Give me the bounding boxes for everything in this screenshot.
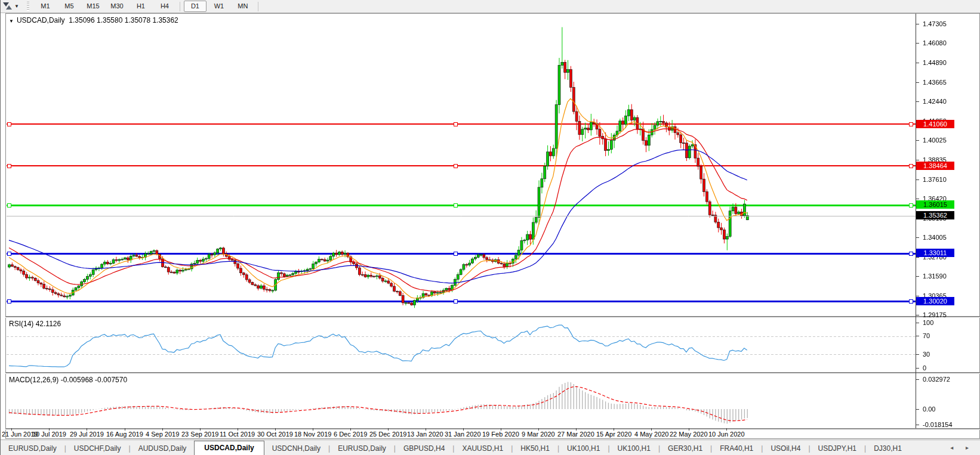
date-axis-label: 27 Mar 2020	[557, 431, 594, 438]
timeframe-button-w1[interactable]: W1	[208, 1, 230, 12]
macd-axis-tick: -0.018154	[923, 421, 953, 428]
toolbar-separator	[180, 2, 180, 11]
tab-usdjpy-h1[interactable]: USDJPY,H1	[810, 442, 864, 455]
price-axis-tick: 1.44890	[923, 59, 947, 66]
date-axis-label: 4 Sep 2019	[146, 431, 179, 438]
axis-tick-mark	[916, 379, 919, 380]
tab-usoil-h4[interactable]: USOil,H4	[763, 442, 808, 455]
date-axis-label: 22 May 2020	[670, 431, 708, 438]
axis-tick-mark	[916, 63, 919, 63]
timeframe-button-m1[interactable]: M1	[34, 1, 57, 12]
timeframe-button-h4[interactable]: H4	[153, 1, 176, 12]
axis-tick-mark	[916, 409, 919, 410]
axis-tick-mark	[916, 315, 919, 315]
tab-eurusd-daily[interactable]: EURUSD,Daily	[1, 442, 64, 455]
chart-title: ▼USDCAD,Daily 1.35096 1.35580 1.35078 1.…	[9, 16, 178, 24]
macd-chart-canvas[interactable]	[7, 373, 916, 428]
date-axis-label: 18 Nov 2019	[294, 431, 331, 438]
price-axis-tick: 1.34005	[923, 234, 947, 241]
tab-audusd-daily[interactable]: AUDUSD,Daily	[131, 442, 195, 455]
price-axis-tick: 1.42440	[923, 98, 947, 105]
panel-separator[interactable]	[5, 372, 980, 374]
axis-tick-mark	[916, 257, 919, 258]
date-axis-label: 4 May 2020	[634, 431, 668, 438]
axis-tick-mark	[916, 276, 919, 277]
tab-gbpusd-h4[interactable]: GBPUSD,H4	[396, 442, 452, 455]
price-chart-canvas[interactable]	[7, 14, 916, 316]
date-axis-label: 9 Mar 2020	[522, 431, 555, 438]
date-axis-label: 29 Jul 2019	[70, 431, 104, 438]
axis-tick-mark	[916, 237, 919, 238]
timeframe-toolbar: ▼ M1M5M15M30H1H4D1W1MN	[1, 0, 980, 13]
axis-tick-mark	[916, 296, 919, 296]
tab-usdcnh-daily[interactable]: USDCNH,Daily	[264, 442, 328, 455]
date-axis-label: 6 Dec 2019	[334, 431, 367, 438]
rsi-axis-tick: 30	[923, 351, 930, 358]
timeframe-button-d1[interactable]: D1	[184, 1, 207, 12]
tab-xauusd-h1[interactable]: XAUUSD,H1	[454, 442, 511, 455]
tab-hk50-h1[interactable]: HK50,H1	[513, 442, 557, 455]
tab-uk100-h1[interactable]: UK100,H1	[610, 442, 658, 455]
axis-tick-mark	[916, 354, 919, 355]
panel-separator	[5, 428, 980, 430]
rsi-chart-canvas[interactable]	[7, 318, 916, 372]
timeframe-button-h1[interactable]: H1	[130, 1, 152, 12]
axis-tick-mark	[916, 336, 919, 336]
axis-tick-mark	[916, 140, 919, 141]
timeframe-button-m15[interactable]: M15	[82, 1, 104, 12]
level-price-label: 1.30020	[916, 297, 954, 305]
date-axis-label: 13 Jan 2020	[407, 431, 443, 438]
toolbar-grip[interactable]	[27, 2, 29, 11]
axis-tick-mark	[916, 82, 919, 83]
date-axis-label: 10 Jul 2019	[32, 431, 66, 438]
rsi-axis-tick: 0	[923, 364, 926, 372]
tab-uk100-h1[interactable]: UK100,H1	[559, 442, 608, 455]
timeframe-button-mn[interactable]: MN	[232, 1, 254, 12]
tab-usdchf-daily[interactable]: USDCHF,Daily	[66, 442, 129, 455]
toolbar-separator	[258, 2, 258, 11]
date-axis-label: 11 Oct 2019	[220, 431, 255, 438]
tab-eurusd-daily[interactable]: EURUSD,Daily	[330, 442, 394, 455]
date-axis-label: 30 Oct 2019	[257, 431, 293, 438]
periods-icon[interactable]	[2, 2, 13, 11]
rsi-axis-tick: 100	[923, 319, 933, 326]
macd-axis-tick: 0.032972	[923, 376, 950, 383]
tab-scroll-arrows[interactable]: ◂ ▸	[950, 444, 974, 451]
window-menu-icon[interactable]: ▼	[9, 18, 14, 24]
date-axis-label: 10 Jun 2020	[708, 431, 745, 438]
price-axis-tick: 1.46080	[923, 39, 947, 47]
date-axis-label: 31 Jan 2020	[445, 431, 481, 438]
price-axis-tick: 1.29175	[923, 311, 947, 318]
tab-ger30-h1[interactable]: GER30,H1	[660, 442, 710, 455]
price-axis-tick: 1.31590	[923, 273, 947, 280]
axis-tick-mark	[916, 425, 919, 425]
chevron-down-icon[interactable]: ▼	[14, 4, 19, 9]
axis-tick-mark	[916, 43, 919, 44]
current-price-label: 1.35362	[916, 211, 954, 219]
ohlc-values: 1.35096 1.35580 1.35078 1.35362	[69, 16, 178, 24]
date-axis-label: 23 Sep 2019	[181, 431, 218, 438]
level-price-label: 1.38464	[916, 162, 954, 170]
tab-dj30-h1[interactable]: DJ30,H1	[866, 442, 910, 455]
date-axis-label: 16 Aug 2019	[106, 431, 143, 438]
macd-label: MACD(12,26,9) -0.005968 -0.007570	[9, 376, 127, 384]
price-axis-tick: 1.37610	[923, 176, 947, 183]
timeframe-button-m30[interactable]: M30	[106, 1, 128, 12]
panel-separator[interactable]	[5, 316, 980, 318]
date-axis-label: 25 Dec 2019	[369, 431, 406, 438]
timeframe-button-m5[interactable]: M5	[58, 1, 81, 12]
axis-tick-mark	[916, 323, 919, 323]
rsi-label: RSI(14) 42.1126	[9, 320, 61, 328]
price-axis-tick: 1.43665	[923, 79, 947, 86]
price-axis-tick: 1.40025	[923, 137, 947, 144]
date-axis-label: 19 Feb 2020	[482, 431, 519, 438]
level-price-label: 1.33011	[916, 249, 954, 257]
tab-usdcad-daily[interactable]: USDCAD,Daily	[194, 441, 264, 455]
mt4-window: ▼ M1M5M15M30H1H4D1W1MN ▼USDCAD,Daily 1.3…	[0, 0, 980, 455]
axis-tick-mark	[916, 24, 919, 24]
price-axis-border	[916, 14, 916, 428]
tab-fra40-h1[interactable]: FRA40,H1	[712, 442, 761, 455]
rsi-axis-tick: 70	[923, 332, 930, 339]
axis-tick-mark	[916, 101, 919, 102]
axis-tick-mark	[916, 179, 919, 180]
